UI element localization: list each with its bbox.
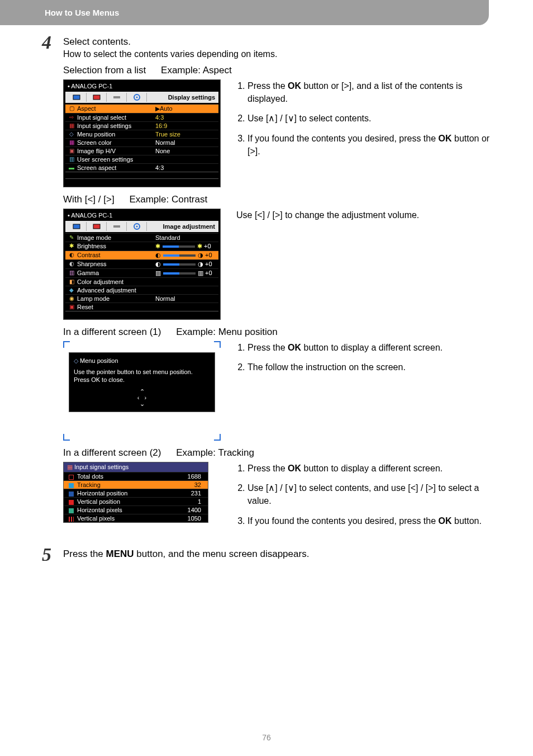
header-title: How to Use Menus <box>45 8 119 17</box>
section-b-heading: With [<] / [>] Example: Contrast <box>63 194 491 205</box>
tab-icon <box>127 222 147 231</box>
section-a-steps: Press the OK button or [>], and a list o… <box>236 79 491 158</box>
tab-icon <box>127 93 147 102</box>
list-item: Use [∧] / [∨] to select contents, and us… <box>248 481 491 507</box>
list-item: Press the OK button or [>], and a list o… <box>248 79 491 105</box>
list-item: The follow the instruction on the screen… <box>248 361 491 374</box>
svg-rect-2 <box>113 96 120 98</box>
svg-rect-6 <box>93 224 100 229</box>
page-number: 76 <box>0 733 533 742</box>
tab-icon <box>66 93 87 102</box>
list-item: Use [∧] / [∨] to select contents. <box>248 112 491 125</box>
list-item: Press the OK button to display a differe… <box>248 462 491 475</box>
tab-icon <box>87 222 107 231</box>
svg-point-9 <box>136 226 137 228</box>
tab-icon <box>107 93 127 102</box>
svg-rect-0 <box>73 95 80 100</box>
page-header: How to Use Menus <box>0 0 489 25</box>
step-4-description: How to select the contents varies depend… <box>63 49 491 59</box>
osd-image-adjustment: • ANALOG PC-1 Image adjustment ✎Image mo… <box>63 209 221 320</box>
tab-icon <box>107 222 127 231</box>
svg-rect-1 <box>93 95 100 100</box>
crop-corner-icon <box>63 434 70 441</box>
section-d-steps: Press the OK button to display a differe… <box>236 462 491 527</box>
svg-rect-5 <box>73 224 80 229</box>
crop-corner-icon <box>214 434 221 441</box>
list-item: If you found the contents you desired, p… <box>248 514 491 527</box>
osd-display-settings: • ANALOG PC-1 Display settings ▢Aspect▶A… <box>63 79 221 187</box>
svg-point-4 <box>136 97 137 98</box>
step-5-text: Press the MENU button, and the menu scre… <box>63 549 491 560</box>
svg-rect-7 <box>113 225 120 228</box>
crop-corner-icon <box>214 341 221 348</box>
section-b-text: Use [<] / [>] to change the adjustment v… <box>236 209 491 221</box>
tab-icon <box>66 222 87 231</box>
list-item: Press the OK button to display a differe… <box>248 341 491 354</box>
section-a-heading: Selection from a list Example: Aspect <box>63 65 491 76</box>
step-4: 4 Select contents. How to select the con… <box>42 36 491 541</box>
tab-icon <box>87 93 107 102</box>
section-c-steps: Press the OK button to display a differe… <box>236 341 491 374</box>
step-5: 5 Press the MENU button, and the menu sc… <box>42 549 491 568</box>
section-c-heading: In a different screen (1) Example: Menu … <box>63 327 491 338</box>
list-item: If you found the contents you desired, p… <box>248 132 491 158</box>
step-4-title: Select contents. <box>63 36 491 48</box>
step-4-number: 4 <box>42 33 63 52</box>
section-d-heading: In a different screen (2) Example: Track… <box>63 447 491 459</box>
step-5-number: 5 <box>42 545 63 564</box>
osd-input-signal-settings: ▦ Input signal settings Total dots1688 T… <box>63 462 208 523</box>
crop-corner-icon <box>63 341 70 348</box>
arrow-nav-icon: ⌃ ‹ › ⌄ <box>74 389 210 407</box>
osd-menu-position-popup: ◇ Menu position Use the pointer button t… <box>69 352 215 412</box>
